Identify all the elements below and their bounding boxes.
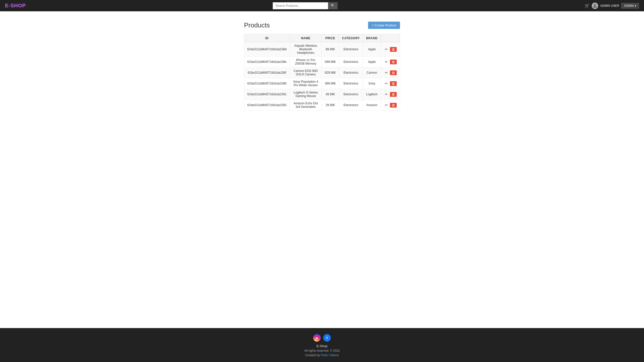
svg-point-0 <box>594 4 596 6</box>
cell-category: Electronics <box>339 100 363 111</box>
cart-icon[interactable]: 🛒 <box>585 3 590 8</box>
cell-actions: ✏ 🗑 <box>381 57 400 67</box>
table-row: 61fac012a9645716d1da1592 Amazon Echo Dot… <box>244 100 400 111</box>
delete-button[interactable]: 🗑 <box>390 81 397 86</box>
brand-logo[interactable]: E-SHOP <box>5 3 26 9</box>
edit-button[interactable]: ✏ <box>384 81 389 86</box>
cell-category: Electronics <box>339 67 363 78</box>
instagram-icon[interactable]: ● <box>313 334 321 342</box>
table-header: ID NAME PRICE CATEGORY BRAND <box>244 34 400 42</box>
cell-brand: Cannon <box>363 67 381 78</box>
cell-name: Cannon EOS 80D DSLR Camera <box>290 67 322 78</box>
caret-icon: ▾ <box>635 4 636 8</box>
cell-name: Amazon Echo Dot 3rd Generation <box>290 100 322 111</box>
edit-button[interactable]: ✏ <box>384 47 389 52</box>
table-row: 61fac012a9645716d1da158f Cannon EOS 80D … <box>244 67 400 78</box>
cell-category: Electronics <box>339 89 363 100</box>
facebook-icon[interactable]: f <box>323 334 331 342</box>
create-product-button[interactable]: + Create Product <box>368 22 400 29</box>
cell-name: iPhone 11 Pro 256GB Memory <box>290 57 322 67</box>
cell-price: 89.99€ <box>322 42 339 57</box>
cell-price: 49.99€ <box>322 89 339 100</box>
cell-actions: ✏ 🗑 <box>381 100 400 111</box>
footer-socials: ● f <box>5 334 639 342</box>
main-content: Products + Create Product ID NAME PRICE … <box>0 11 644 328</box>
delete-button[interactable]: 🗑 <box>390 70 397 75</box>
footer: ● f E-Shop All rights reserved. © 2022 C… <box>0 328 644 362</box>
page-title: Products <box>244 21 270 29</box>
edit-button[interactable]: ✏ <box>384 92 389 97</box>
edit-button[interactable]: ✏ <box>384 103 389 108</box>
col-name: NAME <box>290 34 322 42</box>
col-price: PRICE <box>322 34 339 42</box>
table-row: 61fac012a9645716d1da1591 Logitech G-Seri… <box>244 89 400 100</box>
products-table: ID NAME PRICE CATEGORY BRAND 61fac012a96… <box>244 34 400 111</box>
cell-actions: ✏ 🗑 <box>381 42 400 57</box>
footer-rights: All rights reserved. © 2022 <box>5 349 639 352</box>
admin-dropdown-button[interactable]: ADMIN ▾ <box>621 3 639 9</box>
search-icon: 🔍 <box>331 4 335 8</box>
cell-id: 61fac012a9645716d1da1592 <box>244 100 290 111</box>
cell-actions: ✏ 🗑 <box>381 89 400 100</box>
navbar: E-SHOP 🔍 🛒 ADMIN USER ADMIN ▾ <box>0 0 644 11</box>
table-body: 61fac012a9645716d1da158d Airpods Wireles… <box>244 42 400 111</box>
col-actions <box>381 34 400 42</box>
page-header: Products + Create Product <box>244 21 400 29</box>
cell-id: 61fac012a9645716d1da1591 <box>244 89 290 100</box>
cell-actions: ✏ 🗑 <box>381 78 400 89</box>
footer-created: Created by Pietro Sabino <box>5 353 639 357</box>
cell-id: 61fac012a9645716d1da158e <box>244 57 290 67</box>
cell-price: 599.99€ <box>322 57 339 67</box>
col-category: CATEGORY <box>339 34 363 42</box>
search-button[interactable]: 🔍 <box>328 2 338 9</box>
cell-brand: Apple <box>363 57 381 67</box>
cell-category: Electronics <box>339 78 363 89</box>
avatar <box>592 3 598 9</box>
delete-button[interactable]: 🗑 <box>390 92 397 97</box>
delete-button[interactable]: 🗑 <box>390 47 397 52</box>
cell-price: 929.99€ <box>322 67 339 78</box>
footer-shop-name: E-Shop <box>5 344 639 348</box>
cell-name: Airpods Wireless Bluetooth Headphones <box>290 42 322 57</box>
cell-brand: Apple <box>363 42 381 57</box>
cell-brand: Sony <box>363 78 381 89</box>
cell-id: 61fac012a9645716d1da158f <box>244 67 290 78</box>
cell-category: Electronics <box>339 42 363 57</box>
cell-id: 61fac012a9645716d1da158d <box>244 42 290 57</box>
search-bar: 🔍 <box>273 2 338 9</box>
admin-user-label: ADMIN USER <box>600 4 619 8</box>
creator-link[interactable]: Pietro Sabino <box>321 353 339 357</box>
cell-name: Logitech G-Series Gaming Mouse <box>290 89 322 100</box>
search-input[interactable] <box>273 2 328 9</box>
cell-category: Electronics <box>339 57 363 67</box>
table-row: 61fac012a9645716d1da158d Airpods Wireles… <box>244 42 400 57</box>
edit-button[interactable]: ✏ <box>384 59 389 64</box>
table-row: 61fac012a9645716d1da1590 Sony Playstatio… <box>244 78 400 89</box>
cell-id: 61fac012a9645716d1da1590 <box>244 78 290 89</box>
table-row: 61fac012a9645716d1da158e iPhone 11 Pro 2… <box>244 57 400 67</box>
col-id: ID <box>244 34 290 42</box>
cell-name: Sony Playstation 4 Pro White Version <box>290 78 322 89</box>
edit-button[interactable]: ✏ <box>384 70 389 75</box>
delete-button[interactable]: 🗑 <box>390 103 397 108</box>
cell-brand: Logitech <box>363 89 381 100</box>
cell-price: 399.99€ <box>322 78 339 89</box>
delete-button[interactable]: 🗑 <box>390 60 397 64</box>
cell-actions: ✏ 🗑 <box>381 67 400 78</box>
navbar-right: 🛒 ADMIN USER ADMIN ▾ <box>585 3 639 9</box>
col-brand: BRAND <box>363 34 381 42</box>
cell-price: 29.99€ <box>322 100 339 111</box>
cell-brand: Amazon <box>363 100 381 111</box>
